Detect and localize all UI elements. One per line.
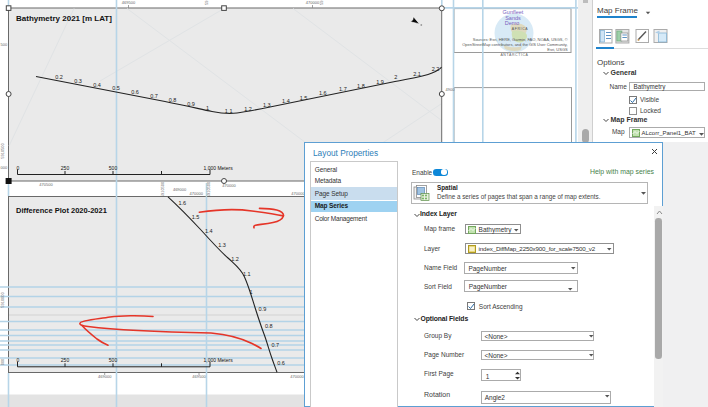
svg-text:0.5: 0.5: [112, 85, 120, 91]
svg-text:ANTARCTICA: ANTARCTICA: [500, 53, 528, 57]
svg-text:1.1: 1.1: [225, 108, 233, 114]
svg-text:470000: 470000: [290, 374, 304, 379]
svg-text:000: 000: [1, 165, 8, 170]
svg-text:0.6: 0.6: [277, 360, 285, 366]
svg-text:Esri, USGS: Esri, USGS: [547, 47, 568, 52]
svg-text:1.7: 1.7: [339, 86, 347, 92]
svg-text:0.8: 0.8: [169, 97, 177, 103]
svg-text:5910500: 5910500: [0, 142, 5, 158]
svg-text:500: 500: [1, 42, 8, 47]
svg-text:250: 250: [61, 357, 70, 363]
svg-text:0.7: 0.7: [150, 93, 158, 99]
svg-text:250: 250: [61, 165, 70, 171]
svg-text:1.5: 1.5: [300, 95, 308, 101]
svg-text:0.9: 0.9: [187, 101, 195, 107]
svg-text:0: 0: [17, 357, 20, 363]
svg-text:5911: 5911: [204, 0, 209, 5]
svg-text:1.4: 1.4: [282, 98, 290, 104]
svg-text:470000: 470000: [190, 191, 204, 196]
svg-text:1.9: 1.9: [376, 79, 384, 85]
svg-text:Difference Plot 2020-2021: Difference Plot 2020-2021: [16, 206, 107, 215]
svg-text:5910500: 5910500: [206, 181, 211, 197]
svg-text:1.8: 1.8: [357, 83, 365, 89]
svg-text:4900: 4900: [446, 87, 456, 92]
svg-text:0.3: 0.3: [74, 78, 82, 84]
svg-text:1: 1: [249, 289, 252, 295]
svg-text:1: 1: [206, 105, 209, 111]
svg-text:470500: 470500: [39, 182, 53, 187]
svg-text:1,000 Meters: 1,000 Meters: [204, 165, 234, 171]
svg-text:2.2: 2.2: [432, 66, 440, 72]
svg-text:2.1: 2.1: [413, 71, 421, 77]
svg-text:469000: 469000: [173, 187, 187, 192]
svg-text:500: 500: [109, 165, 118, 171]
svg-text:5910500: 5910500: [160, 181, 165, 197]
svg-text:500: 500: [109, 357, 118, 363]
svg-text:0.6: 0.6: [131, 89, 139, 95]
svg-text:1.5: 1.5: [192, 214, 200, 220]
svg-text:1.6: 1.6: [178, 200, 186, 206]
svg-text:1.3: 1.3: [218, 242, 226, 248]
svg-text:1.2: 1.2: [231, 256, 239, 262]
svg-text:0.2: 0.2: [55, 74, 63, 80]
svg-text:1,000 Meters: 1,000 Meters: [204, 357, 234, 363]
svg-text:1.4: 1.4: [205, 228, 213, 234]
svg-text:5911: 5911: [319, 0, 324, 5]
svg-text:0: 0: [17, 165, 20, 171]
svg-text:Bathymetry 2021 [m LAT]: Bathymetry 2021 [m LAT]: [16, 14, 112, 23]
svg-text:1.2: 1.2: [244, 106, 252, 112]
svg-text:5910000: 5910000: [0, 291, 5, 307]
svg-text:AFRICA: AFRICA: [512, 27, 528, 31]
svg-text:1.6: 1.6: [319, 90, 327, 96]
svg-text:Demo: Demo: [505, 20, 520, 26]
svg-text:1.3: 1.3: [263, 102, 271, 108]
svg-text:1.1: 1.1: [243, 271, 251, 277]
svg-text:2: 2: [394, 74, 397, 80]
svg-text:000: 000: [0, 358, 5, 365]
svg-text:0.9: 0.9: [259, 306, 267, 312]
svg-text:0.7: 0.7: [271, 342, 279, 348]
svg-text:469500: 469500: [122, 0, 136, 5]
svg-text:0.4: 0.4: [93, 82, 101, 88]
svg-text:0.8: 0.8: [265, 323, 273, 329]
